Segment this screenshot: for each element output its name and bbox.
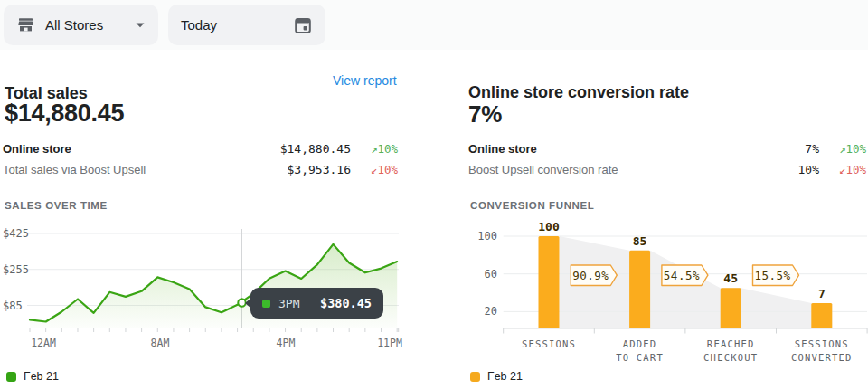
legend-swatch-orange	[470, 372, 480, 382]
funnel-bar-value: 85	[633, 234, 647, 248]
metric-value: 7%	[805, 142, 819, 156]
dropoff-badge-label: 90.9%	[572, 269, 609, 282]
conversion-funnel-chart[interactable]: 1008545790.9%54.5%15.5% 100 60 20 SESSIO…	[468, 222, 868, 357]
calendar-icon	[293, 15, 313, 35]
metric-change-down: ↙10%	[351, 163, 398, 176]
conversion-value: 7%	[468, 100, 502, 128]
funnel-category-label: SESSIONS	[504, 338, 595, 351]
conversion-funnel-title: CONVERSION FUNNEL	[470, 200, 594, 211]
sales-xtick: 11PM	[364, 337, 415, 349]
legend-swatch-green	[6, 372, 16, 382]
date-selector-button[interactable]: Today	[168, 5, 326, 45]
sales-legend: Feb 21	[6, 370, 59, 383]
metric-label: Online store	[3, 142, 280, 156]
funnel-legend: Feb 21	[470, 370, 523, 383]
funnel-category-label: REACHEDCHECKOUT	[685, 338, 777, 365]
view-report-link[interactable]: View report	[333, 73, 397, 88]
legend-label: Feb 21	[24, 370, 59, 383]
dropoff-badge-label: 54.5%	[664, 269, 700, 282]
metric-change-up: ↗10%	[819, 142, 866, 156]
funnel-ytick: 20	[472, 305, 497, 318]
sales-over-time-chart[interactable]: $425 $255 $85 12AM 8AM 4PM 11PM 3PM $380…	[0, 222, 425, 357]
funnel-bar	[539, 236, 560, 328]
metric-change-up: ↗10%	[351, 142, 398, 156]
sales-ytick: $85	[3, 300, 23, 312]
dropoff-badge-label: 15.5%	[754, 269, 790, 282]
funnel-ytick: 100	[472, 230, 497, 243]
metric-row-boost-upsell: Boost Upsell conversion rate 10% ↙10%	[468, 161, 866, 178]
funnel-ytick: 60	[472, 268, 497, 281]
funnel-bar	[721, 288, 741, 328]
metric-change-down: ↙10%	[819, 163, 866, 176]
legend-label: Feb 21	[487, 370, 523, 383]
funnel-bar-value: 45	[723, 271, 738, 285]
store-selector-label: All Stores	[45, 17, 103, 33]
funnel-bar-value: 100	[538, 222, 560, 233]
tooltip-time: 3PM	[278, 297, 299, 310]
tooltip-value: $380.45	[320, 296, 372, 310]
store-selector-button[interactable]: All Stores	[4, 5, 158, 45]
sales-ytick: $425	[3, 227, 29, 240]
funnel-category-label: ADDEDTO CART	[594, 338, 685, 365]
funnel-bar-value: 7	[818, 287, 826, 300]
metric-label: Total sales via Boost Upsell	[3, 163, 288, 176]
metric-value: 10%	[798, 163, 819, 176]
funnel-category-label: SESSIONSCONVERTED	[777, 338, 868, 365]
total-sales-value: $14,880.45	[5, 100, 124, 128]
sales-ytick: $255	[3, 263, 29, 276]
metric-label: Online store	[468, 142, 805, 156]
chevron-down-icon	[135, 22, 146, 29]
chart-tooltip: 3PM $380.45	[250, 288, 383, 319]
tooltip-series-swatch	[262, 300, 270, 308]
funnel-bar	[629, 251, 650, 328]
funnel-bar	[811, 303, 832, 328]
metric-row-boost-upsell: Total sales via Boost Upsell $3,953.16 ↙…	[3, 161, 398, 178]
metric-value: $3,953.16	[288, 163, 351, 176]
sales-xtick: 4PM	[260, 337, 311, 349]
sales-over-time-title: SALES OVER TIME	[5, 200, 108, 211]
sales-xtick: 8AM	[135, 337, 185, 349]
storefront-icon	[16, 15, 35, 34]
conversion-title: Online store conversion rate	[468, 83, 689, 102]
metric-row-online-store: Online store $14,880.45 ↗10%	[3, 140, 398, 157]
funnel-category-labels: SESSIONSADDEDTO CARTREACHEDCHECKOUTSESSI…	[468, 338, 868, 368]
metric-row-online-store: Online store 7% ↗10%	[468, 140, 866, 157]
topbar: All Stores Today	[0, 0, 868, 50]
metric-label: Boost Upsell conversion rate	[468, 163, 798, 176]
sales-xtick: 12AM	[18, 337, 69, 349]
date-selector-label: Today	[181, 17, 217, 33]
metric-value: $14,880.45	[280, 142, 351, 156]
